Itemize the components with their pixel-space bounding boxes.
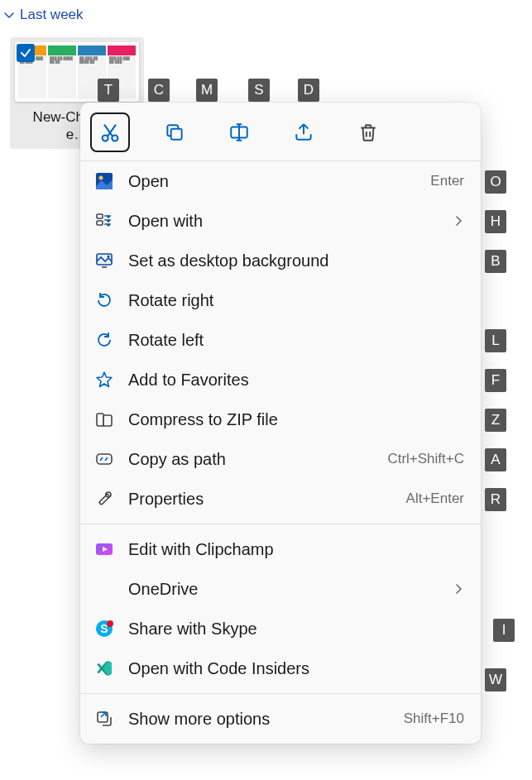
svg-point-1 — [112, 136, 117, 141]
menu-item-code-insiders[interactable]: Open with Code Insiders — [80, 648, 481, 688]
desktop-bg-icon — [93, 250, 115, 271]
key-hint-open: O — [485, 170, 506, 194]
key-hint-open-with: H — [485, 210, 506, 233]
menu-label: Open with Code Insiders — [128, 659, 464, 678]
group-header-last-week[interactable]: Last week — [0, 0, 532, 28]
rotate-right-icon — [93, 290, 115, 311]
menu-label: Set as desktop background — [128, 251, 464, 270]
menu-item-compress-zip[interactable]: Compress to ZIP file — [80, 400, 481, 439]
wrench-icon — [93, 488, 115, 510]
copy-path-icon — [93, 448, 115, 470]
menu-item-set-desktop-bg[interactable]: Set as desktop background — [80, 241, 481, 280]
menu-accel: Alt+Enter — [406, 490, 464, 507]
menu-label: Copy as path — [128, 450, 387, 469]
menu-item-clipchamp[interactable]: Edit with Clipchamp — [80, 529, 481, 569]
menu-item-rotate-left[interactable]: Rotate left — [80, 320, 481, 360]
key-hint-favorites: F — [485, 369, 506, 392]
key-hint-delete: D — [298, 79, 319, 102]
menu-label: Add to Favorites — [128, 371, 464, 390]
key-hint-cut: T — [98, 79, 119, 102]
key-hint-properties: R — [485, 488, 506, 511]
menu-label: Properties — [128, 490, 406, 509]
group-header-label: Last week — [20, 7, 84, 23]
menu-item-onedrive[interactable]: OneDrive — [80, 569, 481, 609]
menu-accel: Enter — [430, 173, 464, 189]
key-hint-copy: C — [148, 79, 170, 102]
menu-label: Show more options — [128, 710, 404, 729]
star-icon — [93, 369, 115, 390]
svg-point-12 — [108, 256, 110, 258]
menu-item-open[interactable]: Open Enter — [80, 161, 481, 201]
clipchamp-icon — [93, 538, 115, 560]
chevron-down-icon — [3, 9, 15, 21]
svg-rect-6 — [97, 214, 103, 218]
photo-icon — [93, 170, 115, 192]
menu-label: Rotate left — [128, 331, 464, 350]
share-button[interactable] — [284, 112, 324, 152]
menu-item-properties[interactable]: Properties Alt+Enter — [80, 479, 481, 519]
key-hint-skype: I — [493, 619, 515, 642]
delete-button[interactable] — [348, 112, 388, 152]
menu-item-share-skype[interactable]: S Share with Skype — [80, 609, 481, 648]
copy-button[interactable] — [155, 112, 194, 152]
svg-rect-7 — [97, 221, 103, 225]
key-hint-set-bg: B — [485, 250, 506, 273]
onedrive-icon — [93, 578, 115, 600]
menu-label: Share with Skype — [128, 620, 464, 639]
vscode-insiders-icon — [93, 658, 115, 679]
svg-rect-2 — [171, 129, 182, 140]
menu-item-copy-path[interactable]: Copy as path Ctrl+Shift+C — [80, 439, 481, 479]
skype-icon: S — [93, 618, 115, 639]
context-menu: Open Enter Open with Set as desktop back… — [80, 103, 481, 744]
show-more-icon — [93, 708, 115, 730]
menu-label: Open with — [128, 212, 453, 231]
key-hint-code-insiders: W — [485, 668, 506, 691]
svg-point-5 — [99, 176, 103, 180]
chevron-right-icon — [453, 215, 464, 227]
zip-icon — [93, 409, 115, 430]
svg-point-18 — [107, 620, 113, 627]
svg-rect-13 — [97, 454, 112, 464]
menu-label: Compress to ZIP file — [128, 410, 464, 429]
menu-item-show-more[interactable]: Show more options Shift+F10 — [80, 699, 481, 739]
key-hint-rotate-left: L — [485, 329, 506, 352]
checkmark-icon[interactable] — [17, 44, 35, 62]
menu-label: Open — [128, 172, 430, 191]
key-hint-share: S — [248, 79, 270, 102]
menu-accel: Ctrl+Shift+C — [387, 451, 464, 467]
menu-label: OneDrive — [128, 580, 453, 599]
key-hint-copy-path: A — [485, 448, 506, 471]
menu-item-add-favorites[interactable]: Add to Favorites — [80, 360, 481, 400]
svg-point-0 — [103, 136, 108, 141]
cut-button[interactable] — [90, 112, 130, 152]
rename-button[interactable] — [219, 112, 259, 152]
rotate-left-icon — [93, 329, 115, 351]
quick-actions-row — [80, 103, 481, 160]
menu-item-open-with[interactable]: Open with — [80, 201, 481, 241]
menu-accel: Shift+F10 — [404, 711, 464, 727]
key-hint-compress: Z — [485, 409, 506, 432]
menu-label: Edit with Clipchamp — [128, 540, 464, 559]
chevron-right-icon — [453, 583, 464, 595]
menu-item-rotate-right[interactable]: Rotate right — [80, 280, 481, 320]
open-with-icon — [93, 210, 115, 232]
menu-label: Rotate right — [128, 291, 464, 310]
key-hint-rename: M — [196, 79, 218, 102]
